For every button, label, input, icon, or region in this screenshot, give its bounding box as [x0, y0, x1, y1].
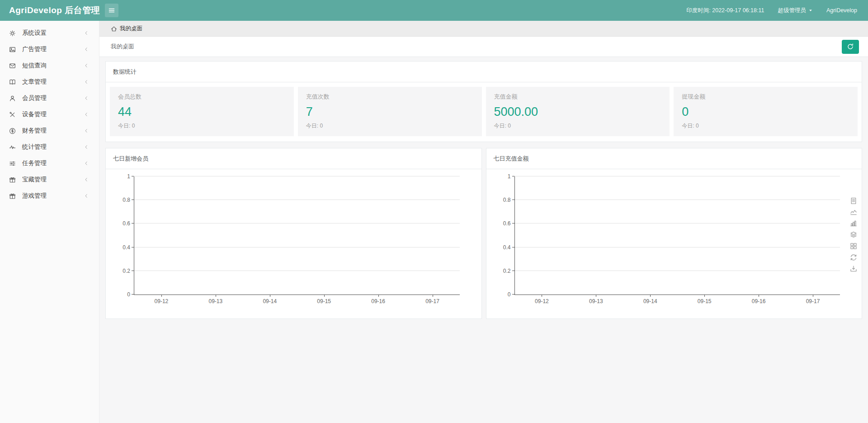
- x-axis-label: 09-12: [535, 298, 549, 304]
- sidebar-toggle-button[interactable]: [105, 4, 118, 17]
- y-axis-label: 0: [127, 292, 130, 297]
- x-axis-label: 09-13: [209, 298, 223, 304]
- y-axis-tick: [132, 271, 134, 271]
- caret-down-icon: [808, 8, 813, 13]
- sidebar-item-label: 设备管理: [22, 110, 47, 119]
- mail-icon: [9, 62, 16, 69]
- y-axis-label: 0.2: [503, 268, 511, 274]
- book-icon: [9, 79, 16, 86]
- toolbox-bar-chart-button[interactable]: [850, 220, 857, 227]
- chart-recharge: 00.20.40.60.8109-1209-1309-1409-1509-160…: [486, 169, 862, 318]
- stat-card-today: 今日: 0: [306, 122, 474, 130]
- sidebar-item-device-management[interactable]: 设备管理: [0, 106, 99, 123]
- gridline: [515, 176, 840, 176]
- stat-card-value: 0: [682, 105, 849, 119]
- stat-card-today: 今日: 0: [682, 122, 849, 130]
- sidebar-item-treasure-management[interactable]: 宝藏管理: [0, 171, 99, 188]
- tabbar: 我的桌面: [99, 21, 868, 37]
- toolbox-save-image-button[interactable]: [850, 265, 857, 272]
- account-link[interactable]: AgriDevelop: [826, 7, 857, 14]
- sidebar-nav: 系统设置广告管理短信查询文章管理会员管理设备管理财务管理统计管理任务管理宝藏管理…: [0, 25, 99, 204]
- main-content: 我的桌面 我的桌面 数据统计 会员总数44今日: 0充值次数7今日: 0充值金额…: [99, 21, 868, 423]
- x-axis-label: 09-14: [263, 298, 277, 304]
- sidebar-item-statistics-management[interactable]: 统计管理: [0, 139, 99, 155]
- y-axis-label: 0.4: [503, 245, 511, 250]
- stat-card-value: 5000.00: [494, 105, 662, 119]
- sidebar-item-ad-management[interactable]: 广告管理: [0, 41, 99, 57]
- x-axis-tick: [650, 295, 651, 297]
- chart-plot: 00.20.40.60.8109-1209-1309-1409-1509-160…: [134, 176, 460, 295]
- topbar: AgriDevelop 后台管理 印度时间: 2022-09-17 06:18:…: [0, 0, 868, 21]
- stats-panel: 数据统计 会员总数44今日: 0充值次数7今日: 0充值金额5000.00今日:…: [105, 61, 862, 142]
- line-chart-icon: [850, 209, 857, 216]
- sidebar-item-label: 系统设置: [22, 29, 47, 37]
- chevron-left-icon: [84, 30, 89, 36]
- y-axis-label: 0.6: [123, 221, 130, 226]
- gridline: [515, 271, 840, 271]
- x-axis-label: 09-17: [806, 298, 820, 304]
- page-title: 我的桌面: [111, 43, 134, 51]
- restore-icon: [850, 254, 857, 261]
- x-axis-label: 09-15: [317, 298, 331, 304]
- role-dropdown[interactable]: 超级管理员: [778, 7, 813, 14]
- chart-toolbox: [850, 197, 857, 272]
- stat-card-label: 充值金额: [494, 93, 662, 101]
- y-axis-tick: [132, 223, 134, 223]
- sidebar-item-system-settings[interactable]: 系统设置: [0, 25, 99, 41]
- chevron-left-icon: [84, 47, 89, 52]
- stat-card-label: 会员总数: [118, 93, 286, 101]
- bar-chart-icon: [850, 220, 857, 227]
- stat-card: 会员总数44今日: 0: [110, 87, 294, 136]
- chevron-left-icon: [84, 193, 89, 199]
- user-icon: [9, 95, 16, 102]
- stat-card-today: 今日: 0: [118, 122, 286, 130]
- x-axis-tick: [813, 295, 813, 297]
- sidebar-item-label: 统计管理: [22, 143, 47, 151]
- gridline: [134, 223, 460, 223]
- sidebar-item-label: 广告管理: [22, 45, 47, 53]
- chart-title: 七日充值金额: [486, 148, 862, 169]
- sidebar-item-member-management[interactable]: 会员管理: [0, 90, 99, 106]
- refresh-button[interactable]: [842, 40, 859, 54]
- y-axis-tick: [132, 200, 134, 200]
- y-axis-label: 0.8: [123, 197, 130, 203]
- gridline: [134, 200, 460, 200]
- sidebar-item-label: 会员管理: [22, 94, 47, 102]
- stack-icon: [850, 231, 857, 238]
- sidebar-item-sms-query[interactable]: 短信查询: [0, 57, 99, 74]
- home-icon: [111, 26, 117, 32]
- chevron-left-icon: [84, 79, 89, 85]
- stats-panel-title: 数据统计: [106, 62, 862, 82]
- chevron-left-icon: [84, 144, 89, 150]
- image-icon: [9, 46, 16, 53]
- x-axis-tick: [542, 295, 542, 297]
- sidebar-item-game-management[interactable]: 游戏管理: [0, 188, 99, 204]
- tab-my-desktop[interactable]: 我的桌面: [99, 21, 150, 36]
- x-axis-tick: [433, 295, 433, 297]
- save-image-icon: [850, 265, 857, 272]
- sidebar-item-task-management[interactable]: 任务管理: [0, 155, 99, 171]
- sidebar: 系统设置广告管理短信查询文章管理会员管理设备管理财务管理统计管理任务管理宝藏管理…: [0, 21, 99, 423]
- y-axis-label: 0.2: [123, 268, 130, 274]
- stat-cards: 会员总数44今日: 0充值次数7今日: 0充值金额5000.00今日: 0提现金…: [106, 82, 862, 142]
- topbar-right: 印度时间: 2022-09-17 06:18:11 超级管理员 AgriDeve…: [686, 7, 868, 14]
- sidebar-item-finance-management[interactable]: 财务管理: [0, 123, 99, 139]
- toolbox-stack-button[interactable]: [850, 231, 857, 238]
- y-axis-tick: [132, 176, 134, 176]
- x-axis-label: 09-15: [698, 298, 712, 304]
- toolbox-tiled-button[interactable]: [850, 242, 857, 250]
- sidebar-item-article-management[interactable]: 文章管理: [0, 74, 99, 90]
- stat-card: 充值次数7今日: 0: [298, 87, 482, 136]
- gridline: [134, 271, 460, 271]
- toolbox-restore-button[interactable]: [850, 254, 857, 261]
- hamburger-icon: [108, 7, 115, 14]
- toolbox-line-chart-button[interactable]: [850, 209, 857, 216]
- y-axis-tick: [512, 247, 514, 247]
- x-axis-tick: [161, 295, 162, 297]
- toolbox-data-view-button[interactable]: [850, 197, 857, 204]
- x-axis-tick: [270, 295, 270, 297]
- y-axis-label: 1: [508, 174, 511, 179]
- finance-icon: [9, 128, 16, 134]
- chart-title: 七日新增会员: [106, 148, 481, 169]
- y-axis-label: 0.4: [123, 245, 130, 250]
